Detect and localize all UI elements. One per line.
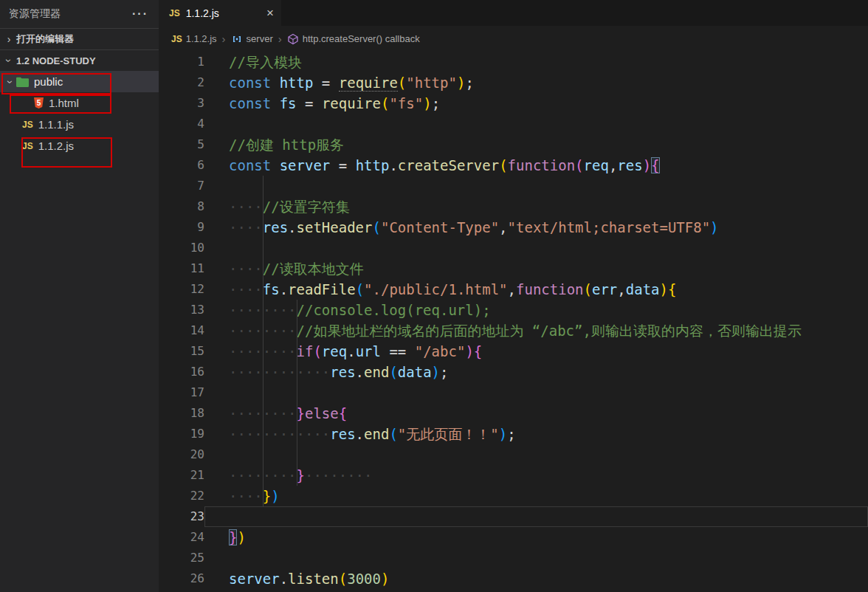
code-line-6[interactable]: 6const server = http.createServer(functi…	[159, 155, 868, 176]
indent-guide	[263, 300, 264, 320]
code-token: ····	[229, 281, 263, 297]
code-token: server	[229, 571, 280, 587]
code-token: function	[516, 281, 584, 297]
tree-item-1.html[interactable]: 51.html	[0, 92, 159, 114]
code-token: (	[398, 75, 406, 91]
code-line-3[interactable]: 3const fs = require("fs");	[159, 93, 868, 114]
line-number: 22	[159, 486, 204, 506]
line-number: 19	[159, 424, 204, 444]
code-token: ;	[465, 75, 473, 91]
symbol-method-icon	[287, 33, 299, 45]
tree-item-1.1.1.js[interactable]: JS1.1.1.js	[0, 114, 159, 135]
code-token: //console.log(req.url);	[297, 302, 491, 318]
code-token: ············	[229, 364, 330, 380]
indent-guide	[263, 486, 264, 506]
code-line-14[interactable]: 14········//如果地址栏的域名的后面的地址为 “/abc”,则输出读取…	[159, 320, 868, 341]
code-token: (	[381, 95, 389, 111]
editor-pane: JS 1.1.2.js × JS 1.1.2.js › server › htt…	[159, 0, 868, 592]
workspace-section[interactable]: › 1.2 NODE-STUDY	[0, 49, 159, 71]
breadcrumb-item-callback[interactable]: http.createServer() callback	[287, 33, 420, 45]
code-token: http	[280, 75, 314, 91]
chevron-down-icon: ›	[4, 76, 16, 88]
explorer-sidebar: 资源管理器 ··· › 打开的编辑器 › 1.2 NODE-STUDY ›pub…	[0, 0, 159, 592]
code-token: .	[389, 157, 397, 173]
more-actions-icon[interactable]: ···	[132, 7, 148, 21]
indent-guide	[263, 341, 264, 362]
code-token: req	[322, 343, 347, 359]
code-line-15[interactable]: 15········if(req.url == "/abc"){	[159, 341, 868, 362]
indent-guide	[297, 424, 297, 444]
code-line-18[interactable]: 18········}else{	[159, 403, 868, 424]
code-token: (	[339, 571, 347, 587]
line-content	[204, 238, 868, 258]
line-number: 21	[159, 465, 204, 486]
line-content: })	[204, 527, 868, 548]
code-line-25[interactable]: 25	[159, 548, 868, 568]
code-line-13[interactable]: 13········//console.log(req.url);	[159, 300, 868, 320]
line-number: 26	[159, 568, 204, 589]
code-line-10[interactable]: 10	[159, 238, 868, 258]
line-content	[204, 444, 868, 465]
tree-item-label: public	[34, 75, 63, 88]
code-line-20[interactable]: 20	[159, 444, 868, 465]
code-token: readFile	[288, 281, 356, 297]
code-token: ····	[229, 261, 263, 277]
code-token: "fs"	[389, 95, 423, 111]
code-line-23[interactable]: 23	[159, 506, 868, 527]
explorer-header: 资源管理器 ···	[0, 0, 159, 28]
code-line-5[interactable]: 5//创建 http服务	[159, 134, 868, 155]
indent-guide	[263, 196, 264, 217]
breadcrumb-separator: ›	[222, 32, 226, 45]
code-token: //如果地址栏的域名的后面的地址为 “/abc”,则输出读取的内容，否则输出提示	[297, 323, 802, 339]
code-token: ;	[432, 95, 440, 111]
code-line-17[interactable]: 17	[159, 382, 868, 403]
indent-guide	[263, 444, 264, 465]
line-number: 24	[159, 527, 204, 548]
code-token: (	[584, 281, 592, 297]
tab-112js[interactable]: JS 1.1.2.js ×	[159, 0, 281, 26]
code-token: end	[364, 426, 389, 442]
code-token: )	[465, 343, 473, 359]
close-icon[interactable]: ×	[266, 7, 274, 19]
open-editors-section[interactable]: › 打开的编辑器	[0, 28, 159, 49]
line-number: 3	[159, 93, 204, 114]
code-token: //创建 http服务	[229, 137, 344, 153]
chevron-right-icon: ›	[3, 33, 15, 45]
code-line-16[interactable]: 16············res.end(data);	[159, 362, 868, 382]
code-token: {	[651, 157, 659, 173]
indent-guide	[263, 176, 264, 196]
tree-item-1.1.2.js[interactable]: JS1.1.2.js	[0, 135, 159, 156]
code-token: createServer	[398, 157, 499, 173]
code-line-12[interactable]: 12····fs.readFile("./public/1.html",func…	[159, 279, 868, 300]
tree-item-public[interactable]: ›public	[0, 71, 159, 92]
code-line-1[interactable]: 1//导入模块	[159, 52, 868, 72]
indent-guide	[263, 279, 264, 300]
code-token: .	[280, 281, 288, 297]
indent-guide	[263, 424, 264, 444]
breadcrumb-item-file[interactable]: JS 1.1.2.js	[171, 33, 217, 44]
code-line-21[interactable]: 21········}········	[159, 465, 868, 486]
line-content	[204, 382, 868, 403]
code-line-11[interactable]: 11····//读取本地文件	[159, 258, 868, 279]
indent-guide	[297, 444, 297, 465]
line-number: 12	[159, 279, 204, 300]
line-number: 15	[159, 341, 204, 362]
line-content: ····//读取本地文件	[204, 258, 868, 279]
line-number: 2	[159, 72, 204, 93]
code-line-24[interactable]: 24})	[159, 527, 868, 548]
code-line-19[interactable]: 19············res.end("无此页面！！");	[159, 424, 868, 444]
code-token: ····	[229, 488, 263, 504]
code-line-7[interactable]: 7	[159, 176, 868, 196]
breadcrumb-item-server[interactable]: server	[231, 33, 273, 45]
code-line-2[interactable]: 2const http = require("http");	[159, 72, 868, 93]
code-line-22[interactable]: 22····})	[159, 486, 868, 506]
code-line-4[interactable]: 4	[159, 114, 868, 134]
code-line-26[interactable]: 26server.listen(3000)	[159, 568, 868, 589]
code-line-8[interactable]: 8····//设置字符集	[159, 196, 868, 217]
breadcrumb-file-label: 1.1.2.js	[186, 33, 217, 44]
code-token: (	[389, 364, 397, 380]
code-token: res	[330, 426, 355, 442]
code-token: (	[389, 426, 397, 442]
code-token: }	[297, 467, 305, 483]
code-line-9[interactable]: 9····res.setHeader("Content-Type","text/…	[159, 217, 868, 238]
